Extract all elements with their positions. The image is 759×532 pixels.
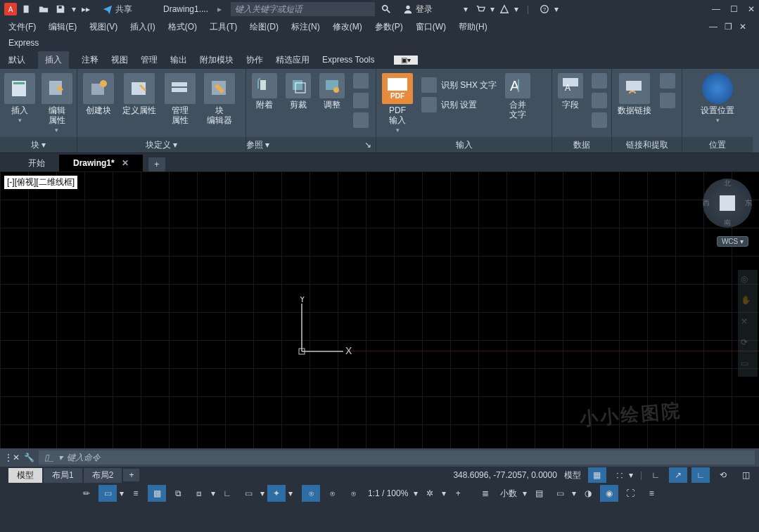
menu-insert[interactable]: 插入(I): [130, 21, 155, 33]
ribbon-tab-express[interactable]: Express Tools: [322, 55, 374, 65]
ribbon-tab-featured[interactable]: 精选应用: [276, 54, 310, 66]
layout-tab-layout1[interactable]: 布局1: [44, 468, 82, 483]
menu-view[interactable]: 视图(V): [89, 21, 117, 33]
cmd-customize-icon[interactable]: 🔧: [24, 453, 34, 462]
qat-dropdown[interactable]: ▾: [72, 4, 76, 14]
status-snapmode-toggle[interactable]: ⸬▾: [611, 467, 636, 483]
window-minimize-icon[interactable]: —: [712, 4, 720, 14]
edit-attributes-button[interactable]: 编辑 属性 ▾: [43, 73, 72, 134]
command-input[interactable]: ▯_ ▾ 键入命令: [39, 450, 755, 465]
sb-isolate-objects-icon[interactable]: ◑: [579, 485, 597, 502]
doc-close-icon[interactable]: ✕: [739, 22, 746, 32]
status-grid-toggle[interactable]: ▦: [588, 467, 606, 483]
sb-lineweight-toggle[interactable]: ≡: [127, 485, 145, 502]
ole-object-icon[interactable]: [592, 93, 607, 108]
menu-format[interactable]: 格式(O): [168, 21, 197, 33]
ribbon-tab-collaborate[interactable]: 协作: [246, 54, 263, 66]
attach-button[interactable]: 附着: [252, 73, 277, 110]
file-tab-start[interactable]: 开始: [14, 155, 59, 171]
sb-customization-icon[interactable]: ≡: [642, 485, 661, 502]
viewport-label[interactable]: [-][俯视][二维线框]: [4, 176, 77, 189]
open-file-icon[interactable]: [37, 1, 51, 18]
menu-window[interactable]: 窗口(W): [416, 21, 446, 33]
data-link-button[interactable]: 数据链接: [618, 73, 651, 115]
express-menu[interactable]: Express: [8, 38, 39, 48]
status-model-button[interactable]: 模型: [561, 467, 584, 483]
status-osnap-toggle[interactable]: ⟲: [714, 467, 732, 483]
sb-autoscale-icon[interactable]: ⍟: [323, 485, 341, 502]
sb-annotation-visibility-toggle[interactable]: ⍟: [302, 485, 320, 502]
define-attributes-button[interactable]: 定义属性: [122, 73, 156, 115]
nav-pan-icon[interactable]: ✋: [741, 295, 755, 309]
menu-parametric[interactable]: 参数(P): [375, 21, 403, 33]
ribbon-tab-addons[interactable]: 附加模块: [200, 54, 234, 66]
login-button[interactable]: 登录: [403, 4, 433, 15]
crop-button[interactable]: 剪裁: [286, 73, 311, 110]
menu-edit[interactable]: 编辑(E): [49, 21, 77, 33]
group-label-block[interactable]: 块 ▾: [0, 137, 77, 153]
status-polar-toggle[interactable]: ↗: [669, 467, 687, 483]
extract-data-icon[interactable]: [660, 73, 675, 89]
navigation-bar[interactable]: ◎ ✋ ⤧ ⟳ ▭: [738, 270, 758, 377]
status-snaptrack-toggle[interactable]: ◫: [736, 467, 755, 483]
menu-modify[interactable]: 修改(M): [333, 21, 362, 33]
sb-infer-constraints-icon[interactable]: ✏: [77, 485, 96, 502]
file-tab-drawing1[interactable]: Drawing1* ✕: [59, 155, 143, 171]
share-button[interactable]: 共享: [103, 4, 132, 15]
sb-gizmo-toggle[interactable]: ✦: [267, 485, 286, 502]
help-dropdown[interactable]: ▾: [554, 4, 559, 14]
sb-units-label[interactable]: 小数: [497, 488, 520, 500]
group-label-blockdef[interactable]: 块定义 ▾: [77, 137, 245, 153]
layout-tab-add-button[interactable]: +: [123, 469, 139, 481]
sb-scale-label[interactable]: 1:1 / 100%: [365, 488, 411, 498]
ribbon-tab-annotate[interactable]: 注释: [82, 54, 98, 66]
ribbon-tab-manage[interactable]: 管理: [141, 54, 158, 66]
status-isodraft-toggle[interactable]: ∟: [691, 467, 710, 483]
doc-minimize-icon[interactable]: —: [709, 22, 717, 32]
hyperlink-icon[interactable]: [592, 112, 607, 128]
layout-tab-model[interactable]: 模型: [8, 468, 42, 483]
block-editor-button[interactable]: 块 编辑器: [204, 73, 235, 125]
xref-snap-icon[interactable]: [353, 112, 369, 128]
help-icon[interactable]: ?: [537, 1, 551, 18]
manage-attributes-button[interactable]: 管理 属性: [165, 73, 196, 125]
xref-frames-icon[interactable]: [353, 93, 369, 108]
sb-lock-ui-icon[interactable]: ▭: [551, 485, 569, 502]
ribbon-tab-view[interactable]: 视图: [111, 54, 128, 66]
menu-help[interactable]: 帮助(H): [459, 21, 487, 33]
forward-arrows-icon[interactable]: ▸▸: [79, 1, 93, 18]
wcs-badge[interactable]: WCS ▾: [717, 236, 748, 247]
drawing-canvas[interactable]: [-][俯视][二维线框] Y X 北 南 东 西 WCS ▾ ◎ ✋ ⤧ ⟳ …: [0, 171, 759, 448]
status-ortho-toggle[interactable]: ∟: [646, 467, 665, 483]
sb-transparency-toggle[interactable]: ▩: [148, 485, 166, 502]
nav-zoom-icon[interactable]: ⤧: [741, 316, 755, 330]
sb-annotation-monitor-icon[interactable]: +: [449, 485, 467, 502]
menu-dimension[interactable]: 标注(N): [291, 21, 320, 33]
sb-dynamic-ucs-icon[interactable]: ∟: [218, 485, 236, 502]
view-cube[interactable]: 北 南 东 西: [703, 179, 752, 228]
create-block-button[interactable]: 创建块: [83, 73, 114, 115]
autodesk-dropdown[interactable]: ▾: [514, 4, 518, 14]
recognize-settings-button[interactable]: 识别 设置: [421, 97, 497, 112]
sb-hardware-accel-toggle[interactable]: ◉: [600, 485, 618, 502]
nav-wheel-icon[interactable]: ◎: [741, 274, 755, 288]
sb-selection-filter-icon[interactable]: ▭: [239, 485, 257, 502]
field-button[interactable]: A 字段: [558, 73, 583, 110]
nav-orbit-icon[interactable]: ⟳: [741, 337, 755, 351]
ribbon-collapse-button[interactable]: ▣▾: [394, 56, 418, 65]
menu-tools[interactable]: 工具(T): [210, 21, 237, 33]
group-label-reference[interactable]: 参照 ▾↘: [246, 137, 376, 153]
window-close-icon[interactable]: ✕: [748, 4, 755, 14]
ribbon-tab-output[interactable]: 输出: [170, 54, 187, 66]
insert-block-button[interactable]: 插入 ▾: [6, 73, 34, 124]
save-icon[interactable]: [53, 1, 68, 18]
xref-underlay-icon[interactable]: [353, 73, 369, 89]
ribbon-tab-default[interactable]: 默认: [8, 54, 25, 66]
recognize-shx-button[interactable]: 识别 SHX 文字: [421, 77, 497, 93]
search-icon[interactable]: [379, 1, 393, 18]
menu-draw[interactable]: 绘图(D): [250, 21, 279, 33]
window-maximize-icon[interactable]: ☐: [730, 4, 738, 14]
cmd-close-icon[interactable]: ⋮✕: [4, 453, 20, 462]
sb-selection-cycle-icon[interactable]: ⧉: [169, 485, 187, 502]
menu-file[interactable]: 文件(F): [8, 21, 36, 33]
